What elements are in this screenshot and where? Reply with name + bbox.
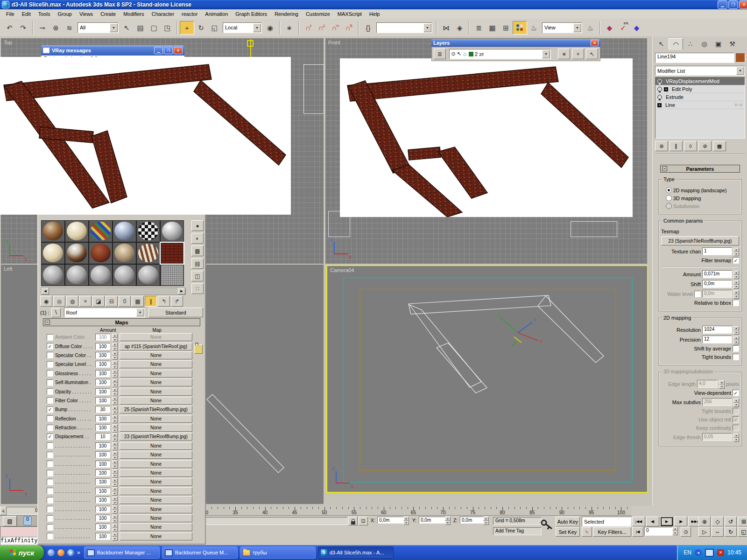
remove-modifier-icon[interactable]: ⊘ bbox=[698, 141, 712, 151]
maxscript-mini-listener[interactable]: fixAffinity bbox=[0, 537, 38, 546]
map-button[interactable]: None bbox=[120, 370, 192, 378]
spinner[interactable]: ▲▼ bbox=[112, 361, 118, 368]
spinner[interactable]: ▲▼ bbox=[112, 388, 118, 395]
material-slot-mottled-brown[interactable] bbox=[41, 220, 65, 242]
spinner-up-icon[interactable]: ▲ bbox=[112, 415, 118, 419]
go-to-start-button[interactable]: |◀◀ bbox=[632, 517, 645, 526]
map-checkbox[interactable] bbox=[47, 388, 53, 395]
spinner-down-icon[interactable]: ▼ bbox=[112, 519, 118, 523]
z-coordinate-field[interactable]: 0,0m bbox=[460, 517, 485, 524]
map-button[interactable]: None bbox=[120, 360, 192, 368]
key-filters-button[interactable]: Key Filters... bbox=[593, 527, 631, 537]
spinner[interactable]: ▲▼ bbox=[445, 517, 451, 524]
spinner[interactable]: ▲▼ bbox=[733, 336, 739, 343]
open-mini-curve-editor-icon[interactable]: ▧ bbox=[3, 516, 17, 526]
spinner-up-icon[interactable]: ▲ bbox=[112, 469, 118, 474]
backlight-icon[interactable]: ◐ bbox=[191, 233, 204, 244]
taskbar-button-d3-all-slice5h-max-a[interactable]: 3d3-All Slice5h.max - A... bbox=[318, 546, 394, 559]
map-button[interactable]: None bbox=[120, 451, 192, 459]
map-amount-field[interactable]: 100 bbox=[95, 424, 110, 431]
map-amount-field[interactable]: 100 bbox=[95, 397, 110, 404]
map-amount-field[interactable]: 10 bbox=[95, 433, 110, 440]
menu-customize[interactable]: Customize bbox=[303, 10, 333, 18]
spinner-up-icon[interactable]: ▲ bbox=[112, 334, 118, 338]
tight-bounds-checkbox[interactable] bbox=[733, 354, 739, 360]
chevron-down-icon[interactable]: ▼ bbox=[542, 50, 550, 58]
filter-texmap-checkbox[interactable] bbox=[733, 257, 739, 264]
security-alert-icon[interactable]: ✕ bbox=[717, 549, 724, 556]
spinner[interactable]: ▲▼ bbox=[112, 343, 118, 350]
map-amount-field[interactable]: 30 bbox=[95, 406, 110, 413]
zoom-icon[interactable]: ⊕ bbox=[698, 517, 711, 526]
spinner[interactable]: ▲▼ bbox=[733, 434, 739, 441]
spinner-up-icon[interactable]: ▲ bbox=[112, 433, 118, 437]
water-level-field[interactable]: 0,0m bbox=[702, 290, 732, 298]
layer-manager-icon[interactable]: ≣ bbox=[434, 49, 446, 59]
modifier-stack-item-edit-poly[interactable]: +Edit Poly bbox=[655, 85, 745, 93]
spinner-down-icon[interactable]: ▼ bbox=[112, 338, 118, 342]
chevron-down-icon[interactable]: ▼ bbox=[573, 23, 581, 32]
auto-key-button[interactable]: Auto Key bbox=[556, 517, 580, 526]
spinner[interactable]: ▲▼ bbox=[733, 280, 739, 288]
layers-close-button[interactable]: ✕ bbox=[591, 40, 599, 46]
put-to-library-icon[interactable]: ⊟ bbox=[106, 296, 118, 307]
quick-render-icon[interactable]: ♨ bbox=[584, 21, 597, 34]
map-checkbox[interactable] bbox=[47, 461, 53, 467]
spinner[interactable]: ▲▼ bbox=[112, 460, 118, 468]
map-button[interactable]: None bbox=[120, 442, 192, 450]
absolute-mode-icon[interactable]: ⊡ bbox=[359, 517, 368, 525]
material-editor-icon[interactable] bbox=[513, 21, 527, 35]
map-button[interactable]: None bbox=[120, 523, 192, 531]
vray-messages-window[interactable]: VRay messages ▁ ❐ ✕ Total rendering time… bbox=[41, 45, 184, 58]
material-slot-cream[interactable] bbox=[65, 220, 89, 242]
tab-create-icon[interactable]: ↖ bbox=[655, 38, 668, 49]
show-end-result-icon[interactable]: ∥ bbox=[145, 296, 157, 307]
material-slots-hscrollbar[interactable]: ◀ ▶ bbox=[41, 287, 186, 295]
tab-utilities-icon[interactable]: ⚒ bbox=[726, 38, 739, 49]
percent-snap-toggle-icon[interactable]: ∩% bbox=[329, 21, 342, 34]
taskbar-button-трубы[interactable]: трубы bbox=[240, 546, 316, 559]
menu-reactor[interactable]: reactor bbox=[178, 10, 201, 18]
spinner-down-icon[interactable]: ▼ bbox=[112, 446, 118, 450]
x-coordinate-field[interactable]: 0,0m bbox=[377, 517, 405, 524]
select-by-name-icon[interactable]: ▤ bbox=[134, 21, 147, 34]
selection-lock-icon[interactable] bbox=[348, 517, 358, 525]
map-button[interactable]: None bbox=[120, 388, 192, 396]
spinner[interactable]: ▲▼ bbox=[733, 290, 739, 298]
spinner-up-icon[interactable]: ▲ bbox=[112, 379, 118, 383]
taskbar-button-backburner-manager[interactable]: Backburner Manager ... bbox=[84, 546, 160, 559]
water-level-checkbox[interactable] bbox=[694, 291, 701, 297]
new-layer-icon[interactable]: ∗ bbox=[558, 49, 570, 59]
internet-explorer-icon[interactable]: e bbox=[67, 549, 74, 556]
menu-create[interactable]: Create bbox=[97, 10, 119, 18]
spinner-down-icon[interactable]: ▼ bbox=[112, 455, 118, 460]
light-bulb-icon[interactable] bbox=[657, 87, 662, 91]
map-checkbox[interactable] bbox=[47, 425, 53, 431]
chevron-down-icon[interactable]: ▼ bbox=[253, 23, 261, 32]
chevron-down-icon[interactable]: ▼ bbox=[736, 67, 744, 75]
menu-views[interactable]: Views bbox=[76, 10, 96, 18]
background-icon[interactable]: ▩ bbox=[191, 245, 204, 256]
spinner-down-icon[interactable]: ▼ bbox=[112, 491, 118, 496]
layers-toolbar[interactable]: Layers ✕ ≣ ⊙ ↖ ♨ 2 эт ▼ ∗+↖ bbox=[431, 39, 600, 61]
edge-length-field[interactable]: 4,0 bbox=[697, 380, 718, 388]
modifier-stack-item-vraydisplacementmod[interactable]: VRayDisplacementMod bbox=[655, 77, 745, 85]
video-color-check-icon[interactable]: ◫ bbox=[191, 271, 204, 281]
sample-type-icon[interactable]: ● bbox=[191, 220, 204, 231]
mirror-icon[interactable]: ⋈ bbox=[439, 21, 453, 34]
map-checkbox[interactable] bbox=[47, 370, 53, 377]
map-button[interactable]: None bbox=[120, 505, 192, 513]
spinner[interactable]: ▲▼ bbox=[733, 399, 739, 406]
map-button[interactable]: None bbox=[120, 333, 192, 341]
map-checkbox[interactable] bbox=[47, 524, 53, 531]
menu-file[interactable]: File bbox=[3, 10, 18, 18]
max-subdivs-field[interactable]: 256 bbox=[702, 398, 732, 406]
use-object-mtl-checkbox[interactable] bbox=[733, 416, 739, 423]
redo-icon[interactable]: ↷ bbox=[16, 21, 30, 34]
spinner[interactable]: ▲▼ bbox=[112, 334, 118, 341]
map-checkbox[interactable] bbox=[47, 379, 53, 386]
go-to-start-small-button[interactable]: |◀ bbox=[632, 527, 643, 537]
material-options-icon[interactable]: ∷ bbox=[191, 283, 204, 294]
spinner-down-icon[interactable]: ▼ bbox=[112, 401, 118, 405]
map-checkbox[interactable] bbox=[47, 470, 53, 476]
